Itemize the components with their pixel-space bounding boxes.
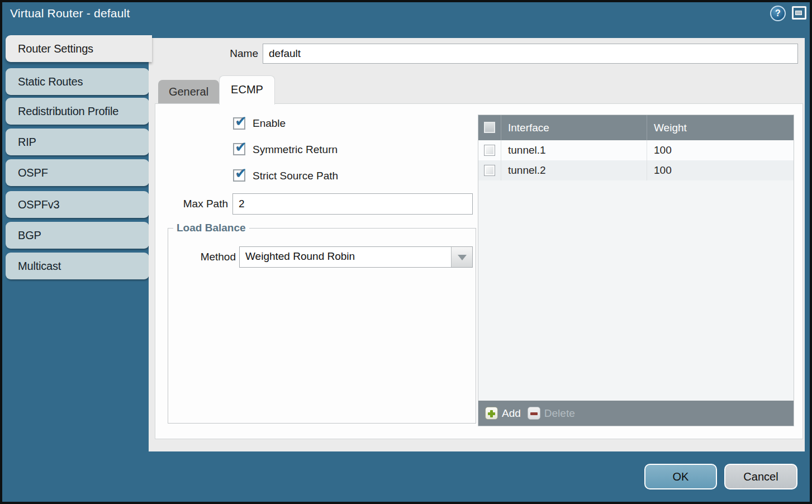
row-select-cell: [478, 160, 501, 180]
sidebar-item-bgp[interactable]: BGP: [6, 222, 149, 249]
strict-source-path-checkbox[interactable]: ✔: [233, 169, 245, 182]
column-header-interface[interactable]: Interface: [501, 115, 647, 140]
table-row[interactable]: tunnel.1 100: [478, 140, 794, 160]
check-icon: ✔: [235, 113, 247, 130]
table-row[interactable]: tunnel.2 100: [478, 160, 794, 180]
plus-icon: [485, 407, 498, 420]
table-header: Interface Weight: [478, 115, 794, 140]
enable-label: Enable: [253, 117, 286, 130]
dialog-title: Virtual Router - default: [10, 7, 130, 20]
method-label: Method: [184, 246, 236, 268]
window-icon[interactable]: [792, 6, 806, 20]
row-checkbox[interactable]: [484, 145, 495, 156]
weight-cell[interactable]: 100: [647, 140, 794, 160]
help-icon[interactable]: ?: [770, 6, 786, 21]
interface-cell[interactable]: tunnel.2: [501, 160, 647, 180]
sidebar-item-ospfv3[interactable]: OSPFv3: [6, 191, 149, 218]
sidebar-item-static-routes[interactable]: Static Routes: [6, 68, 149, 95]
name-label: Name: [206, 44, 258, 64]
table-toolbar: Add Delete: [478, 401, 794, 426]
minus-icon: [528, 407, 540, 420]
load-balance-legend: Load Balance: [173, 222, 249, 234]
max-path-input[interactable]: [232, 193, 473, 215]
sidebar-item-rip[interactable]: RIP: [6, 129, 149, 155]
name-input[interactable]: [263, 44, 798, 64]
sidebar-item-router-settings[interactable]: Router Settings: [6, 35, 152, 62]
virtual-router-dialog: Virtual Router - default ? Router Settin…: [0, 0, 812, 504]
cancel-button[interactable]: Cancel: [724, 464, 797, 489]
check-icon: ✔: [235, 165, 247, 182]
strict-source-path-label: Strict Source Path: [253, 169, 338, 183]
symmetric-return-checkbox[interactable]: ✔: [233, 143, 245, 155]
sidebar-item-multicast[interactable]: Multicast: [6, 253, 149, 279]
interface-table: Interface Weight tunnel.1 100 tunnel.2 1…: [478, 115, 794, 426]
window-icon-inner: [795, 11, 802, 15]
select-all-checkbox[interactable]: [484, 122, 495, 133]
interface-cell[interactable]: tunnel.1: [501, 140, 647, 160]
sidebar-item-ospf[interactable]: OSPF: [6, 159, 149, 186]
max-path-label: Max Path: [177, 193, 228, 215]
add-button[interactable]: Add: [485, 407, 521, 420]
dropdown-button[interactable]: [451, 247, 472, 267]
symmetric-return-label: Symmetric Return: [253, 143, 338, 156]
column-header-weight[interactable]: Weight: [647, 115, 794, 140]
tab-general[interactable]: General: [158, 80, 219, 104]
chevron-down-icon: [458, 255, 467, 265]
tab-ecmp[interactable]: ECMP: [219, 75, 275, 104]
row-select-cell: [478, 140, 501, 160]
sidebar-item-redistribution-profile[interactable]: Redistribution Profile: [6, 98, 149, 125]
method-selected-value: Weighted Round Robin: [245, 250, 355, 263]
method-select[interactable]: Weighted Round Robin: [239, 246, 473, 268]
row-checkbox[interactable]: [484, 165, 495, 176]
weight-cell[interactable]: 100: [647, 160, 794, 180]
delete-button[interactable]: Delete: [528, 407, 575, 420]
delete-button-label: Delete: [544, 407, 575, 420]
enable-checkbox[interactable]: ✔: [233, 117, 245, 130]
ok-button[interactable]: OK: [644, 464, 717, 489]
add-button-label: Add: [502, 407, 521, 420]
select-all-column: [478, 115, 501, 140]
check-icon: ✔: [235, 139, 247, 155]
